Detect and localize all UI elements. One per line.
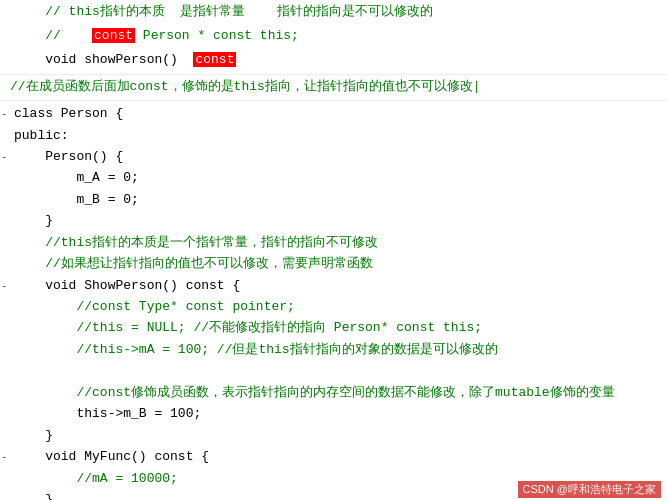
code-comment-this1: //this指针的本质是一个指针常量，指针的指向不可修改 [0, 232, 667, 253]
comment-line-1: // this指针的本质 是指针常量 指针的指向是不可以修改的 [0, 0, 667, 24]
code-line-mb0: m_B = 0; [0, 189, 667, 210]
main-code-block: -class Person { public: - Person() { m_A… [0, 103, 667, 500]
code-line-showperson-open: - void ShowPerson() const { [0, 275, 667, 296]
code-line-showperson-close: } [0, 425, 667, 446]
code-line-ma0: m_A = 0; [0, 167, 667, 188]
code-line-myfunc-open: - void MyFunc() const { [0, 446, 667, 467]
top-comment-block: // this指针的本质 是指针常量 指针的指向是不可以修改的 // const… [0, 0, 667, 72]
section-comment: //在成员函数后面加const，修饰的是this指向，让指针指向的值也不可以修改… [0, 74, 667, 101]
code-line-constructor-close: } [0, 210, 667, 231]
code-comment-const-ptr: //const Type* const pointer; [0, 296, 667, 317]
code-comment-this-null: //this = NULL; //不能修改指针的指向 Person* const… [0, 317, 667, 338]
code-line-constructor-open: - Person() { [0, 146, 667, 167]
code-line-mb100: this->m_B = 100; [0, 403, 667, 424]
code-container: // this指针的本质 是指针常量 指针的指向是不可以修改的 // const… [0, 0, 667, 500]
code-comment-this-ma: //this->mA = 100; //但是this指针指向的对象的数据是可以修… [0, 339, 667, 360]
comment-line-3: void showPerson() const [0, 48, 667, 72]
footer-label: CSDN @呼和浩特电子之家 [518, 481, 661, 498]
code-comment-const-member: //const修饰成员函数，表示指针指向的内存空间的数据不能修改，除了mutab… [0, 382, 667, 403]
comment-line-2: // const Person * const this; [0, 24, 667, 48]
code-comment-this2: //如果想让指针指向的值也不可以修改，需要声明常函数 [0, 253, 667, 274]
code-empty-1 [0, 360, 667, 381]
code-line-class: -class Person { [0, 103, 667, 124]
code-line-public1: public: [0, 125, 667, 146]
highlight-const-2: const [193, 52, 236, 67]
highlight-const-1: const [92, 28, 135, 43]
